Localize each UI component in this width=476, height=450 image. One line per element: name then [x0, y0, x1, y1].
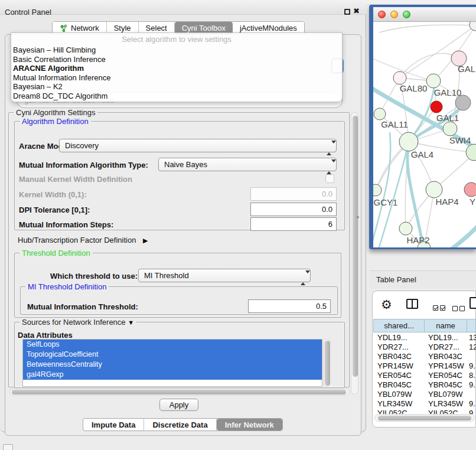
threshold-definition-title: Threshold Definition: [19, 249, 93, 257]
table-panel-title: Table Panel: [376, 275, 416, 284]
dropdown-item[interactable]: Mutual Information Inference: [11, 73, 342, 83]
table-row[interactable]: YLR345W YLR345W 9.: [373, 399, 476, 409]
collapse-down-icon[interactable]: ▼: [128, 319, 134, 326]
table-header-row: shared... name: [373, 319, 476, 332]
table-row-clipped[interactable]: YIL052C YIL052C 9: [373, 409, 476, 414]
bottom-tabbar: Impute Data Discretize Data Infer Networ…: [83, 418, 283, 431]
zoom-window-icon[interactable]: [403, 11, 410, 18]
table-row[interactable]: YBR045C YBR045C 9.: [373, 380, 476, 390]
mi-threshold-label: Mutual Information Threshold:: [27, 302, 138, 311]
kernel-width-label: Kernel Width (0,1):: [19, 190, 87, 199]
algorithm-definition-title: Algorithm Definition: [19, 117, 91, 126]
settings-horizontal-scrollbar[interactable]: [9, 389, 350, 396]
mi-steps-label: Mutual Information Steps:: [19, 220, 113, 229]
network-node-gal80[interactable]: [393, 71, 406, 84]
node-label: GAL10: [434, 87, 462, 97]
manual-kernel-width-label: Manual Kernel Width Definition: [19, 175, 132, 184]
table-row[interactable]: YER054C YER054C 8.: [373, 371, 476, 380]
dropdown-item[interactable]: Bayesian – K2: [11, 82, 342, 92]
hub-definition-toggle[interactable]: Hub/Transcription Factor Definition ▶: [18, 236, 148, 244]
network-icon: [60, 24, 68, 32]
table-row[interactable]: YPR145W YPR145W 9.: [373, 361, 476, 371]
algorithm-dropdown-header: Select algorithm to view settings: [11, 33, 342, 45]
which-threshold-combobox[interactable]: MI Threshold: [138, 269, 311, 282]
mi-threshold-field[interactable]: 0.5: [248, 299, 331, 313]
close-window-icon[interactable]: [378, 11, 386, 18]
dropdown-item[interactable]: Dream8 DC_TDC Algorithm: [11, 92, 342, 101]
node-label: GCY1: [374, 197, 398, 207]
panel-resize-arrow-icon[interactable]: ◄: [355, 214, 360, 220]
attributes-list-scrollbar[interactable]: [324, 339, 330, 387]
network-node-gal4[interactable]: [399, 132, 418, 151]
column-header-clipped[interactable]: [467, 319, 476, 332]
data-attributes-list: SelfLoops TopologicalCoefficient Between…: [22, 339, 322, 387]
network-canvas[interactable]: GAL GAL80 GAL10 GAL11 GAL1 SWI4 GAL4 GCY…: [373, 22, 476, 247]
network-node-gal11[interactable]: [374, 108, 386, 120]
manual-kernel-width-checkbox[interactable]: [325, 174, 334, 183]
table-row[interactable]: YDR27... YDR27... 12: [373, 343, 476, 352]
network-node-selected-red[interactable]: [431, 101, 442, 113]
dpi-tolerance-field[interactable]: 0.0: [250, 203, 337, 216]
sources-group-title: Sources for Network Inference ▼: [19, 318, 136, 327]
mi-steps-field[interactable]: 6: [250, 217, 337, 231]
network-node-salmon[interactable]: [464, 182, 476, 197]
minimized-panel-icon[interactable]: [3, 444, 13, 450]
list-item[interactable]: BetweennessCentrality: [23, 360, 322, 370]
tab-discretize-data[interactable]: Discretize Data: [144, 419, 216, 431]
float-window-icon[interactable]: [344, 9, 350, 15]
column-header-shared-name[interactable]: shared...: [373, 319, 424, 332]
aracne-mode-combobox[interactable]: Discovery: [59, 139, 337, 152]
stepper-arrows-icon: [327, 161, 332, 173]
which-threshold-label: Which threshold to use:: [50, 272, 138, 281]
network-node-gal10[interactable]: [426, 74, 441, 88]
stepper-arrows-icon: [301, 272, 306, 284]
column-header-name[interactable]: name: [424, 319, 467, 332]
network-node-hap4[interactable]: [426, 181, 442, 198]
control-panel-titlebar: [0, 0, 366, 15]
table-row[interactable]: YDL19... YDL19... 13: [373, 333, 476, 343]
control-panel-title: Control Panel: [5, 8, 51, 17]
table-row[interactable]: YBR043C YBR043C: [373, 352, 476, 361]
split-columns-icon[interactable]: [406, 299, 418, 309]
network-node-gal1[interactable]: [443, 122, 457, 136]
network-node-gcy1[interactable]: [373, 184, 382, 196]
gear-icon[interactable]: ⚙: [381, 298, 392, 311]
tab-infer-network[interactable]: Infer Network: [217, 419, 282, 431]
node-label: SWI4: [449, 135, 471, 145]
node-label: HAP2: [406, 235, 429, 245]
table-horizontal-scrollbar[interactable]: [374, 414, 475, 422]
data-attributes-label: Data Attributes: [18, 331, 73, 340]
network-node-hap2[interactable]: [399, 222, 412, 235]
expand-right-icon: ▶: [143, 237, 148, 244]
algorithm-dropdown: Select algorithm to view settings Bayesi…: [11, 32, 343, 102]
dropdown-item-selected[interactable]: ARACNE Algorithm: [11, 64, 342, 73]
node-label: GAL: [458, 64, 475, 74]
settings-vertical-scrollbar[interactable]: [351, 112, 358, 394]
network-node-swi4[interactable]: [466, 144, 476, 161]
mi-threshold-definition-title: MI Threshold Definition: [25, 282, 109, 291]
cyni-settings-group-title: Cyni Algorithm Settings: [14, 108, 97, 117]
table-row[interactable]: YBL079W YBL079W: [373, 390, 476, 399]
dropdown-item[interactable]: Basic Correlation Inference: [11, 55, 342, 64]
node-label: GAL1: [436, 113, 459, 123]
mi-algorithm-type-combobox[interactable]: Naive Bayes: [158, 158, 337, 171]
deselect-checkboxes-icon[interactable]: [452, 303, 467, 314]
close-panel-icon[interactable]: ✖: [353, 6, 360, 15]
dpi-tolerance-label: DPI Tolerance [0,1]:: [19, 206, 90, 214]
select-all-checkboxes-icon[interactable]: [433, 302, 447, 313]
node-label: HAP4: [435, 197, 458, 207]
mi-algorithm-type-label: Mutual Information Algorithm Type:: [19, 161, 148, 169]
document-icon[interactable]: [470, 297, 476, 309]
minimize-window-icon[interactable]: [390, 11, 398, 18]
stepper-arrows-icon: [327, 142, 332, 154]
list-item[interactable]: SelfLoops: [23, 340, 322, 350]
list-item[interactable]: TopologicalCoefficient: [23, 350, 322, 360]
network-window-titlebar[interactable]: [373, 7, 476, 22]
apply-button[interactable]: Apply: [159, 399, 198, 411]
node-label: GAL11: [381, 119, 408, 129]
dropdown-item[interactable]: Bayesian – Hill Climbing: [11, 45, 342, 55]
kernel-width-field[interactable]: 0.0: [250, 187, 337, 201]
tab-impute-data[interactable]: Impute Data: [83, 419, 144, 431]
list-item[interactable]: gal4RGexp: [23, 370, 322, 380]
screen: Control Panel ✖ Network Style Select Cyn…: [0, 0, 476, 450]
